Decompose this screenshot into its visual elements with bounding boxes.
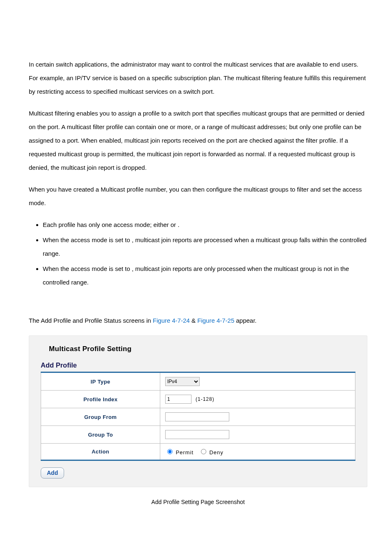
profile-index-hint: (1-128)	[196, 396, 214, 402]
figure-link-25[interactable]: Figure 4-7-25	[197, 317, 234, 324]
screens-intro: The Add Profile and Profile Status scree…	[29, 314, 367, 327]
group-from-label: Group From	[41, 408, 160, 426]
access-mode-list: Each profile has only one access mode; e…	[29, 218, 367, 289]
intro-paragraph-2: Multicast filtering enables you to assig…	[29, 106, 367, 174]
action-label: Action	[41, 444, 160, 460]
intro-paragraph-1: In certain switch applications, the admi…	[29, 58, 367, 98]
action-permit-radio[interactable]	[167, 449, 173, 454]
add-profile-table: IP Type IPv4 Profile Index (1-128) Group…	[41, 372, 355, 461]
ip-type-select[interactable]: IPv4	[165, 377, 200, 386]
panel-title: Multicast Profile Setting	[49, 345, 355, 353]
profile-index-input[interactable]	[165, 395, 191, 404]
action-permit-option[interactable]: Permit	[165, 449, 196, 456]
list-item: When the access mode is set to , multica…	[43, 233, 367, 260]
figure-caption: Add Profile Setting Page Screenshot	[29, 499, 367, 505]
screenshot-panel: Multicast Profile Setting Add Profile IP…	[29, 335, 367, 487]
group-to-label: Group To	[41, 426, 160, 444]
list-item: When the access mode is set to , multica…	[43, 262, 367, 289]
panel-subtitle: Add Profile	[41, 361, 355, 369]
intro-paragraph-3: When you have created a Multicast profil…	[29, 183, 367, 210]
group-to-input[interactable]	[165, 430, 229, 439]
action-deny-option[interactable]: Deny	[199, 449, 224, 456]
profile-index-label: Profile Index	[41, 391, 160, 408]
action-deny-radio[interactable]	[201, 449, 206, 454]
group-from-input[interactable]	[165, 412, 229, 421]
ip-type-label: IP Type	[41, 372, 160, 391]
add-button[interactable]: Add	[41, 467, 64, 479]
figure-link-24[interactable]: Figure 4-7-24	[153, 317, 190, 324]
list-item: Each profile has only one access mode; e…	[43, 218, 367, 231]
